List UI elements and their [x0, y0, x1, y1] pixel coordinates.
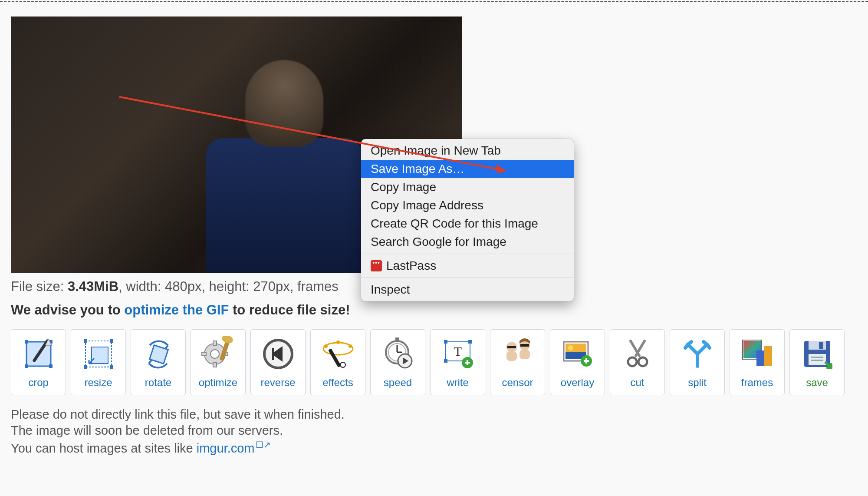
svg-point-24	[336, 341, 340, 344]
svg-rect-57	[819, 342, 823, 349]
svg-rect-4	[49, 364, 53, 368]
tool-frames[interactable]: frames	[730, 329, 785, 395]
svg-rect-8	[84, 365, 87, 369]
svg-rect-3	[25, 364, 28, 368]
resize-icon	[79, 335, 118, 373]
tool-cut[interactable]: cut	[610, 329, 665, 395]
file-size-prefix: File size:	[11, 279, 68, 294]
svg-rect-6	[84, 339, 87, 343]
reverse-icon	[259, 335, 297, 373]
cut-icon	[618, 335, 657, 373]
tool-write[interactable]: T write	[430, 329, 485, 395]
tool-split[interactable]: split	[670, 329, 725, 395]
tool-speed-label: speed	[384, 377, 412, 389]
footer-line-3: You can host images at sites like imgur.…	[11, 440, 857, 456]
svg-point-13	[210, 350, 219, 358]
imgur-link[interactable]: imgur.com	[197, 441, 255, 455]
svg-rect-60	[811, 360, 823, 361]
menu-save-image-as[interactable]: Save Image As…	[361, 160, 574, 178]
svg-rect-32	[444, 340, 447, 344]
optimize-icon	[199, 335, 237, 373]
file-frames-label: , frames	[290, 279, 339, 294]
svg-rect-7	[110, 339, 113, 343]
svg-point-46	[568, 345, 573, 351]
tool-effects[interactable]: effects	[310, 329, 365, 395]
tool-write-label: write	[447, 377, 469, 389]
tool-censor-label: censor	[502, 377, 533, 389]
menu-inspect[interactable]: Inspect	[361, 281, 574, 299]
file-width-label: , width:	[118, 279, 165, 294]
tool-frames-label: frames	[741, 377, 773, 389]
svg-rect-15	[213, 363, 217, 367]
svg-rect-40	[507, 346, 516, 348]
file-width-value: 480px	[165, 279, 201, 294]
menu-search-google-image[interactable]: Search Google for Image	[361, 233, 574, 251]
svg-point-50	[638, 357, 647, 366]
menu-copy-image-address[interactable]: Copy Image Address	[361, 196, 574, 215]
svg-rect-25	[328, 348, 341, 367]
svg-rect-39	[506, 351, 517, 361]
svg-point-26	[340, 362, 345, 367]
tool-speed[interactable]: speed	[370, 329, 425, 395]
tool-optimize-label: optimize	[199, 377, 237, 389]
tool-overlay-label: overlay	[561, 377, 594, 389]
crop-icon	[20, 335, 58, 373]
file-size-value: 3.43MiB	[68, 279, 118, 294]
advise-before: We advise you to	[11, 302, 124, 317]
tool-crop-label: crop	[28, 377, 49, 389]
tool-save-label: save	[806, 377, 828, 389]
tool-split-label: split	[688, 377, 707, 389]
svg-point-22	[324, 344, 328, 348]
overlay-icon	[559, 335, 597, 373]
svg-rect-54	[764, 346, 772, 366]
optimize-advise: We advise you to optimize the GIF to red…	[11, 302, 857, 318]
menu-lastpass-label: LastPass	[386, 259, 436, 272]
svg-point-21	[323, 343, 353, 355]
tool-resize-label: resize	[84, 377, 112, 389]
svg-point-23	[349, 344, 352, 348]
censor-icon	[499, 335, 537, 373]
tool-censor[interactable]: censor	[490, 329, 545, 395]
svg-rect-34	[444, 359, 447, 363]
toolbar: crop resize	[11, 329, 857, 395]
svg-rect-14	[213, 341, 217, 345]
effects-icon	[319, 335, 357, 373]
tool-rotate[interactable]: rotate	[131, 329, 186, 395]
dashed-top-border	[0, 1, 868, 2]
svg-rect-1	[25, 340, 28, 344]
lastpass-icon	[371, 260, 382, 271]
tool-rotate-label: rotate	[145, 377, 171, 389]
tool-reverse-label: reverse	[260, 377, 295, 389]
write-icon: T	[439, 335, 477, 373]
menu-lastpass[interactable]: LastPass	[361, 257, 574, 275]
tool-crop[interactable]: crop	[11, 329, 66, 395]
split-icon	[678, 335, 717, 373]
menu-separator-1	[361, 254, 574, 254]
tool-cut-label: cut	[630, 377, 644, 389]
menu-copy-image[interactable]: Copy Image	[361, 178, 574, 196]
rotate-icon	[139, 335, 178, 373]
context-menu: Open Image in New Tab Save Image As… Cop…	[361, 139, 574, 301]
svg-rect-29	[395, 337, 399, 341]
frames-icon	[738, 335, 776, 373]
menu-open-image-new-tab[interactable]: Open Image in New Tab	[361, 142, 574, 160]
tool-reverse[interactable]: reverse	[250, 329, 306, 395]
svg-rect-10	[92, 347, 108, 364]
save-icon	[798, 335, 836, 373]
tool-overlay[interactable]: overlay	[550, 329, 605, 395]
tool-effects-label: effects	[322, 377, 353, 389]
advise-after: to reduce file size!	[229, 302, 350, 317]
speed-icon	[379, 335, 417, 373]
tool-save[interactable]: save	[789, 329, 845, 395]
svg-point-49	[628, 357, 637, 366]
svg-rect-42	[519, 350, 530, 359]
tool-resize[interactable]: resize	[71, 329, 126, 395]
menu-create-qr-code[interactable]: Create QR Code for this Image	[361, 215, 574, 233]
footer-line-1: Please do not directly link this file, b…	[11, 407, 857, 422]
svg-rect-33	[468, 340, 472, 344]
svg-rect-9	[110, 365, 113, 369]
tool-optimize[interactable]: optimize	[191, 329, 246, 395]
svg-rect-59	[811, 357, 823, 358]
svg-rect-43	[520, 344, 529, 347]
optimize-link[interactable]: optimize the GIF	[124, 302, 229, 317]
